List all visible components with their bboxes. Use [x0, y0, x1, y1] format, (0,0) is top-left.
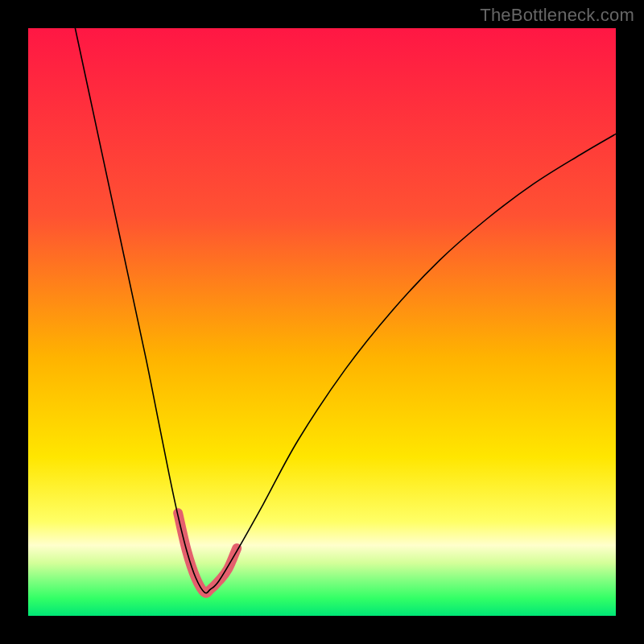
chart-stage: TheBottleneck.com	[0, 0, 644, 644]
bottleneck-curve	[75, 28, 616, 593]
curve-layer	[28, 28, 616, 616]
plot-area	[28, 28, 616, 616]
watermark-label: TheBottleneck.com	[480, 5, 634, 26]
